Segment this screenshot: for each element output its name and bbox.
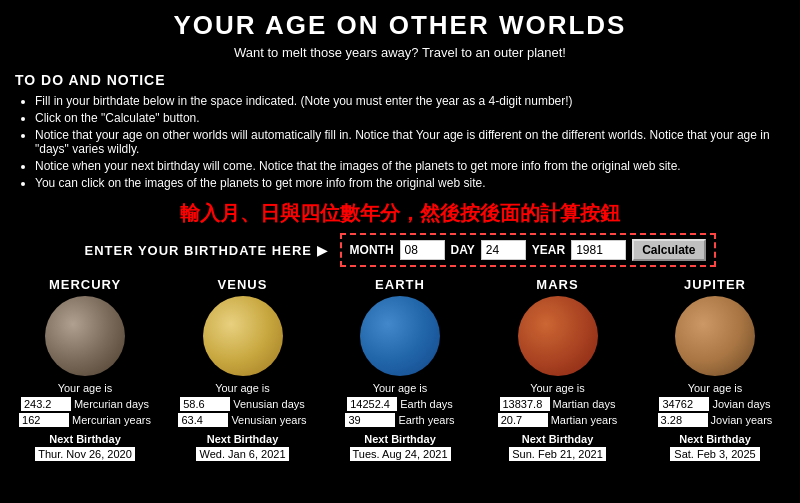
mercury-years-value: 162 bbox=[19, 413, 69, 427]
month-input[interactable] bbox=[400, 240, 445, 260]
venus-image[interactable] bbox=[203, 296, 283, 376]
earth-name: EARTH bbox=[375, 277, 425, 292]
birthdate-dashed-box: MONTH DAY YEAR Calculate bbox=[340, 233, 716, 267]
jupiter-age-label: Your age is bbox=[688, 382, 743, 394]
instruction-1: Fill in your birthdate below in the spac… bbox=[35, 94, 785, 108]
planets-row: MERCURY Your age is 243.2 Mercurian days… bbox=[15, 277, 785, 461]
mars-name: MARS bbox=[536, 277, 578, 292]
mercury-birthday-date: Thur. Nov 26, 2020 bbox=[35, 447, 135, 461]
year-label: YEAR bbox=[532, 243, 565, 257]
page-title: YOUR AGE ON OTHER WORLDS bbox=[15, 10, 785, 41]
jupiter-days-value: 34762 bbox=[659, 397, 709, 411]
mars-days-row: 13837.8 Martian days bbox=[500, 397, 616, 411]
mercury-days-row: 243.2 Mercurian days bbox=[21, 397, 149, 411]
year-input[interactable] bbox=[571, 240, 626, 260]
mercury-birthday-label: Next Birthday bbox=[49, 433, 121, 445]
page-subtitle: Want to melt those years away? Travel to… bbox=[15, 45, 785, 60]
day-label: DAY bbox=[451, 243, 475, 257]
mars-image[interactable] bbox=[518, 296, 598, 376]
mercury-days-value: 243.2 bbox=[21, 397, 71, 411]
earth-birthday-date: Tues. Aug 24, 2021 bbox=[350, 447, 451, 461]
venus-days-unit: Venusian days bbox=[233, 398, 305, 410]
planet-mars: MARS Your age is 13837.8 Martian days 20… bbox=[488, 277, 628, 461]
mars-days-unit: Martian days bbox=[553, 398, 616, 410]
mercury-age-label: Your age is bbox=[58, 382, 113, 394]
jupiter-years-row: 3.28 Jovian years bbox=[658, 413, 773, 427]
venus-birthday-date: Wed. Jan 6, 2021 bbox=[196, 447, 288, 461]
jupiter-days-row: 34762 Jovian days bbox=[659, 397, 770, 411]
mercury-days-unit: Mercurian days bbox=[74, 398, 149, 410]
mars-years-value: 20.7 bbox=[498, 413, 548, 427]
jupiter-years-value: 3.28 bbox=[658, 413, 708, 427]
mercury-name: MERCURY bbox=[49, 277, 121, 292]
jupiter-name: JUPITER bbox=[684, 277, 746, 292]
earth-days-value: 14252.4 bbox=[347, 397, 397, 411]
instructions-list: Fill in your birthdate below in the spac… bbox=[15, 94, 785, 190]
instruction-5: You can click on the images of the plane… bbox=[35, 176, 785, 190]
jupiter-birthday-date: Sat. Feb 3, 2025 bbox=[670, 447, 760, 461]
mercury-years-unit: Mercurian years bbox=[72, 414, 151, 426]
venus-days-value: 58.6 bbox=[180, 397, 230, 411]
earth-image[interactable] bbox=[360, 296, 440, 376]
earth-age-label: Your age is bbox=[373, 382, 428, 394]
instruction-4: Notice when your next birthday will come… bbox=[35, 159, 785, 173]
venus-name: VENUS bbox=[218, 277, 268, 292]
venus-age-label: Your age is bbox=[215, 382, 270, 394]
jupiter-image[interactable] bbox=[675, 296, 755, 376]
jupiter-days-unit: Jovian days bbox=[712, 398, 770, 410]
mars-years-unit: Martian years bbox=[551, 414, 618, 426]
instructions-section: TO DO AND NOTICE Fill in your birthdate … bbox=[15, 72, 785, 190]
mars-age-label: Your age is bbox=[530, 382, 585, 394]
venus-days-row: 58.6 Venusian days bbox=[180, 397, 305, 411]
venus-years-value: 63.4 bbox=[178, 413, 228, 427]
planet-mercury: MERCURY Your age is 243.2 Mercurian days… bbox=[15, 277, 155, 461]
mars-birthday-label: Next Birthday bbox=[522, 433, 594, 445]
instruction-2: Click on the "Calculate" button. bbox=[35, 111, 785, 125]
birthdate-label: ENTER YOUR BIRTHDATE HERE ▶ bbox=[84, 243, 327, 258]
chinese-instruction: 輸入月、日與四位數年分，然後按後面的計算按鈕 bbox=[15, 200, 785, 227]
month-label: MONTH bbox=[350, 243, 394, 257]
earth-days-row: 14252.4 Earth days bbox=[347, 397, 453, 411]
earth-years-unit: Earth years bbox=[398, 414, 454, 426]
mercury-years-row: 162 Mercurian years bbox=[19, 413, 151, 427]
mercury-image[interactable] bbox=[45, 296, 125, 376]
jupiter-birthday-label: Next Birthday bbox=[679, 433, 751, 445]
jupiter-years-unit: Jovian years bbox=[711, 414, 773, 426]
planet-earth: EARTH Your age is 14252.4 Earth days 39 … bbox=[330, 277, 470, 461]
planet-jupiter: JUPITER Your age is 34762 Jovian days 3.… bbox=[645, 277, 785, 461]
mars-birthday-date: Sun. Feb 21, 2021 bbox=[509, 447, 606, 461]
calculate-button[interactable]: Calculate bbox=[632, 239, 705, 261]
venus-years-unit: Venusian years bbox=[231, 414, 306, 426]
earth-years-row: 39 Earth years bbox=[345, 413, 454, 427]
earth-birthday-label: Next Birthday bbox=[364, 433, 436, 445]
day-input[interactable] bbox=[481, 240, 526, 260]
mars-years-row: 20.7 Martian years bbox=[498, 413, 618, 427]
earth-days-unit: Earth days bbox=[400, 398, 453, 410]
planet-venus: VENUS Your age is 58.6 Venusian days 63.… bbox=[173, 277, 313, 461]
instruction-3: Notice that your age on other worlds wil… bbox=[35, 128, 785, 156]
birthdate-row: ENTER YOUR BIRTHDATE HERE ▶ MONTH DAY YE… bbox=[15, 233, 785, 267]
mars-days-value: 13837.8 bbox=[500, 397, 550, 411]
venus-birthday-label: Next Birthday bbox=[207, 433, 279, 445]
earth-years-value: 39 bbox=[345, 413, 395, 427]
section-title: TO DO AND NOTICE bbox=[15, 72, 785, 88]
venus-years-row: 63.4 Venusian years bbox=[178, 413, 306, 427]
